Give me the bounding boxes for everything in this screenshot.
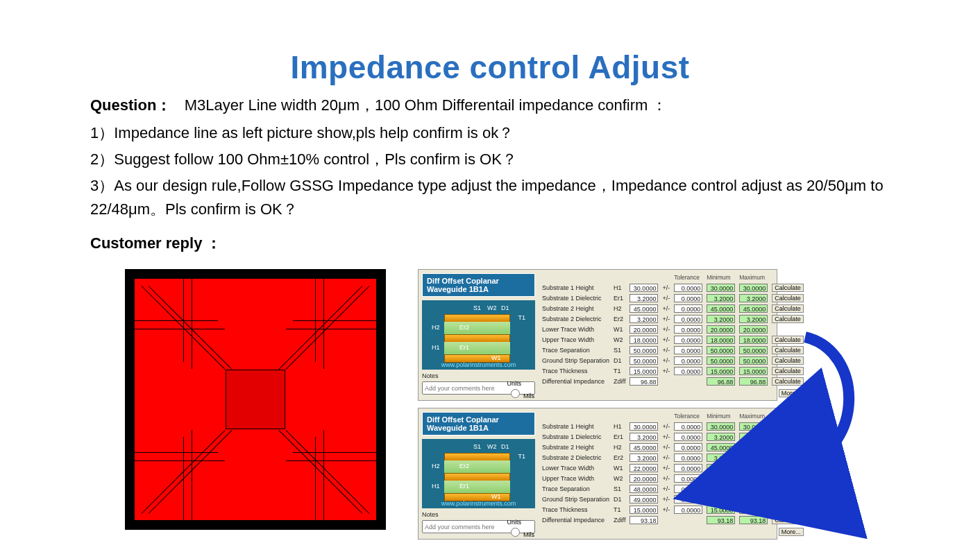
param-value[interactable]: 48.0000	[630, 485, 658, 493]
param-row: Ground Strip SeparationD149.0000+/-0.000…	[540, 494, 806, 505]
param-tolerance[interactable]: 0.0000	[674, 464, 702, 472]
param-value[interactable]: 50.0000	[630, 356, 658, 365]
param-tolerance[interactable]: 0.0000	[674, 506, 702, 514]
param-value[interactable]: 15.0000	[630, 506, 658, 514]
param-name: Substrate 2 Dielectric	[540, 453, 611, 463]
calculate-button[interactable]: Calculate	[772, 506, 804, 514]
param-min: 45.0000	[707, 304, 735, 313]
param-tolerance[interactable]: 0.0000	[674, 495, 702, 503]
param-tolerance[interactable]: 0.0000	[674, 367, 702, 375]
param-value[interactable]: 3.2000	[630, 315, 658, 323]
param-value[interactable]: 3.2000	[630, 294, 658, 302]
param-name: Trace Separation	[540, 484, 611, 494]
impedance-min: 93.18	[707, 516, 735, 524]
param-tolerance[interactable]: 0.0000	[674, 356, 702, 365]
param-tolerance[interactable]: 0.0000	[674, 422, 702, 431]
param-tolerance[interactable]: 0.0000	[674, 346, 702, 354]
param-tolerance[interactable]: 0.0000	[674, 325, 702, 334]
param-name: Lower Trace Width	[540, 325, 611, 335]
units-group: Units Mils	[507, 380, 535, 399]
units-option[interactable]: Mils	[507, 531, 535, 538]
param-symbol: D1	[611, 356, 627, 366]
param-max: 3.2000	[739, 315, 768, 323]
param-min: 18.0000	[707, 336, 735, 344]
impedance-name: Differential Impedance	[540, 515, 611, 526]
question-item-1: 1）Impedance line as left picture show,pl…	[90, 121, 890, 145]
param-name: Upper Trace Width	[540, 335, 611, 345]
impedance-symbol: Zdiff	[611, 515, 627, 526]
param-tolerance[interactable]: 0.0000	[674, 454, 702, 462]
param-value[interactable]: 20.0000	[630, 325, 658, 334]
param-value[interactable]: 50.0000	[630, 346, 658, 354]
units-option[interactable]: Mils	[507, 393, 535, 399]
calculate-button[interactable]: Calculate	[772, 495, 804, 503]
param-value[interactable]: 3.2000	[630, 433, 658, 441]
question-line: Question： M3Layer Line width 20μm，100 Oh…	[90, 93, 890, 117]
param-max: 3.2000	[739, 294, 768, 302]
param-min: 15.0000	[707, 367, 735, 375]
param-symbol: H1	[611, 422, 627, 432]
pcb-die-icon	[226, 370, 285, 429]
param-name: Lower Trace Width	[540, 463, 611, 474]
param-tolerance[interactable]: 0.0000	[674, 294, 702, 302]
param-value[interactable]: 49.0000	[630, 495, 658, 503]
plus-minus-label: +/-	[660, 494, 672, 505]
param-value[interactable]: 15.0000	[630, 367, 658, 375]
param-row: Lower Trace WidthW122.0000+/-0.000022.00…	[540, 463, 806, 474]
plus-minus-label: +/-	[660, 283, 672, 293]
param-symbol: H2	[611, 304, 627, 314]
param-tolerance[interactable]: 0.0000	[674, 336, 702, 344]
param-value[interactable]: 22.0000	[630, 464, 658, 472]
param-value[interactable]: 3.2000	[630, 454, 658, 462]
question-text: M3Layer Line width 20μm，100 Ohm Differen…	[185, 96, 668, 114]
waveguide-diagram-icon: S1W2D1T1H2Er2H1Er1W1www.polarinstruments…	[422, 439, 535, 508]
param-name: Substrate 2 Height	[540, 304, 611, 314]
transition-arrow-icon	[784, 337, 868, 476]
waveguide-url: www.polarinstruments.com	[422, 361, 535, 368]
param-symbol: T1	[611, 505, 627, 515]
impedance-name: Differential Impedance	[540, 377, 611, 387]
param-min: 45.0000	[707, 443, 735, 451]
param-name: Substrate 1 Height	[540, 422, 611, 432]
param-value[interactable]: 30.0000	[630, 284, 658, 292]
param-max: 22.0000	[739, 464, 768, 472]
param-row: Trace ThicknessT115.0000+/-0.000015.0000…	[540, 505, 806, 515]
param-value[interactable]: 18.0000	[630, 336, 658, 344]
calculate-button[interactable]: Calculate	[772, 294, 804, 302]
param-value[interactable]: 45.0000	[630, 304, 658, 313]
param-symbol: W1	[611, 325, 627, 335]
param-tolerance[interactable]: 0.0000	[674, 304, 702, 313]
calculate-button[interactable]: Calculate	[772, 284, 804, 292]
param-tolerance[interactable]: 0.0000	[674, 443, 702, 451]
param-row: Substrate 2 DielectricEr23.2000+/-0.0000…	[540, 453, 806, 463]
customer-reply-label: Customer reply ：	[90, 233, 890, 254]
param-symbol: W1	[611, 463, 627, 474]
param-symbol: S1	[611, 484, 627, 494]
param-tolerance[interactable]: 0.0000	[674, 485, 702, 493]
param-tolerance[interactable]: 0.0000	[674, 433, 702, 441]
param-symbol: D1	[611, 494, 627, 505]
param-value[interactable]: 45.0000	[630, 443, 658, 451]
plus-minus-label: +/-	[660, 304, 672, 314]
param-max: 49.0000	[739, 495, 768, 503]
param-min: 3.2000	[707, 294, 735, 302]
param-tolerance[interactable]: 0.0000	[674, 284, 702, 292]
param-value[interactable]: 20.0000	[630, 474, 658, 483]
calculate-button[interactable]: Calculate	[772, 315, 804, 323]
param-tolerance[interactable]: 0.0000	[674, 474, 702, 483]
param-tolerance[interactable]: 0.0000	[674, 315, 702, 323]
more-button[interactable]: More...	[779, 528, 804, 536]
calculate-button[interactable]: Calculate	[772, 304, 804, 313]
plus-minus-label: +/-	[660, 432, 672, 442]
calculate-button[interactable]: Calculate	[772, 485, 804, 493]
param-name: Ground Strip Separation	[540, 494, 611, 505]
calculate-button[interactable]: Calculate	[772, 516, 804, 524]
param-row: Upper Trace WidthW220.0000+/-0.000020.00…	[540, 474, 806, 484]
param-max: 50.0000	[739, 346, 768, 354]
param-row: Substrate 2 HeightH245.0000+/-0.000045.0…	[540, 304, 806, 314]
param-value[interactable]: 30.0000	[630, 422, 658, 431]
plus-minus-label: +/-	[660, 505, 672, 515]
param-row: Trace SeparationS148.0000+/-0.000048.000…	[540, 484, 806, 494]
param-max: 20.0000	[739, 325, 768, 334]
param-name: Substrate 2 Dielectric	[540, 314, 611, 325]
